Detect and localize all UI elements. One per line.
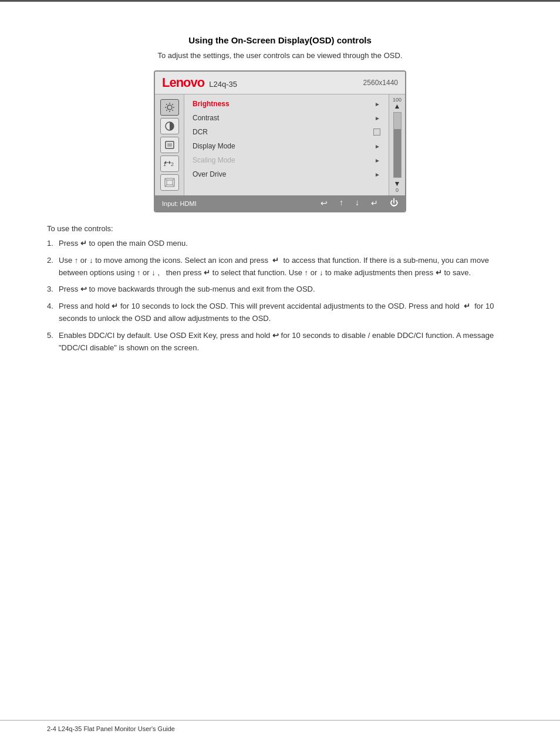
over-drive-arrow: ► (375, 171, 380, 178)
scaling-mode-arrow: ► (375, 157, 380, 164)
display-mode-icon[interactable]: 1 2 (160, 155, 179, 172)
menu-contrast-label: Contrast (193, 114, 219, 122)
scaling-icon[interactable] (160, 174, 179, 191)
menu-scaling-mode-label: Scaling Mode (193, 156, 235, 164)
instruction-3: 3. Press ↩ to move backwards through the… (47, 283, 513, 296)
svg-point-0 (167, 105, 172, 110)
up-icon-inline3: ↑ (305, 267, 309, 279)
menu-over-drive-label: Over Drive (193, 170, 226, 178)
page-footer: 2-4 L24q-35 Flat Panel Monitor User's Gu… (47, 725, 175, 732)
instructions-list: 1. Press ↵ to open the main OSD menu. 2.… (47, 238, 513, 354)
enter-icon-inline: ↵ (80, 238, 87, 250)
brightness-arrow: ► (375, 101, 380, 107)
osd-body: 1 2 (155, 94, 405, 195)
enter-icon-inline5: ↵ (112, 300, 118, 313)
section-intro: To adjust the settings, the user control… (47, 51, 513, 60)
slider-fill (394, 129, 401, 178)
down-icon-inline2: ↓ (151, 267, 156, 279)
up-icon-inline: ↑ (75, 255, 79, 267)
svg-line-7 (172, 104, 173, 104)
input-label: Input: HDMI (162, 200, 197, 207)
osd-footer: Input: HDMI ↩ ↑ ↓ ↵ ⏻ (155, 195, 405, 211)
menu-brightness[interactable]: Brightness ► (184, 97, 389, 111)
osd-header: Lenovo L24q-35 2560x1440 (155, 72, 405, 94)
up-button[interactable]: ↑ (339, 198, 343, 208)
slider-track: 75 (393, 112, 402, 178)
menu-display-mode[interactable]: Display Mode ► (184, 139, 389, 153)
menu-dcr-label: DCR (193, 128, 208, 136)
footer-buttons: ↩ ↑ ↓ ↵ ⏻ (321, 198, 398, 208)
dcr-icon[interactable] (160, 137, 179, 153)
osd-display: Lenovo L24q-35 2560x1440 (154, 70, 406, 212)
osd-icon-panel: 1 2 (155, 94, 184, 195)
menu-dcr[interactable]: DCR (184, 125, 389, 139)
contrast-arrow: ► (375, 115, 380, 121)
down-icon-inline3: ↓ (319, 267, 323, 279)
power-button[interactable]: ⏻ (390, 198, 398, 208)
svg-rect-18 (167, 180, 173, 185)
instruction-1: 1. Press ↵ to open the main OSD menu. (47, 238, 513, 250)
slider-down-btn[interactable]: ▼ (394, 180, 401, 187)
menu-display-mode-label: Display Mode (193, 142, 235, 150)
brightness-icon[interactable] (160, 99, 179, 116)
enter-icon-inline2: ↵ (272, 255, 279, 267)
osd-model: L24q-35 (209, 80, 237, 89)
back-button[interactable]: ↩ (321, 198, 328, 208)
enter-icon-inline4: ↵ (436, 267, 442, 279)
dcr-checkbox[interactable] (373, 128, 380, 136)
menu-contrast[interactable]: Contrast ► (184, 111, 389, 125)
menu-brightness-label: Brightness (193, 100, 230, 108)
svg-line-8 (166, 110, 167, 110)
osd-brand: Lenovo (162, 75, 204, 90)
svg-line-6 (172, 110, 173, 110)
menu-over-drive[interactable]: Over Drive ► (184, 167, 389, 181)
down-button[interactable]: ↓ (355, 198, 359, 208)
back-icon-inline: ↩ (80, 283, 87, 296)
menu-scaling-mode: Scaling Mode ► (184, 153, 389, 167)
up-icon-inline2: ↑ (137, 267, 141, 279)
svg-text:2: 2 (171, 161, 174, 167)
osd-menu: Brightness ► Contrast ► DCR Display Mode… (184, 94, 389, 195)
section-title: Using the On-Screen Display(OSD) control… (47, 35, 513, 45)
display-mode-arrow: ► (375, 143, 380, 150)
top-border (0, 0, 560, 2)
instruction-5: 5. Enables DDC/CI by default. Use OSD Ex… (47, 330, 513, 354)
slider-mid-label: 75 (405, 126, 406, 131)
slider-bot-label: 0 (396, 187, 399, 193)
osd-resolution: 2560x1440 (363, 79, 398, 87)
slider-up-btn[interactable]: ▲ (394, 103, 401, 110)
slider-wrapper: 75 (389, 110, 405, 180)
osd-slider: 100 ▲ 75 ▼ 0 (389, 94, 405, 195)
svg-rect-11 (167, 143, 172, 147)
enter-button[interactable]: ↵ (371, 198, 378, 208)
back-icon-inline2: ↩ (272, 330, 279, 342)
down-icon-inline: ↓ (89, 255, 93, 267)
contrast-icon[interactable] (160, 118, 179, 134)
instruction-4: 4. Press and hold ↵ for 10 seconds to lo… (47, 300, 513, 325)
page: Using the On-Screen Display(OSD) control… (0, 0, 560, 744)
svg-line-5 (166, 104, 167, 104)
instruction-2: 2. Use ↑ or ↓ to move among the icons. S… (47, 255, 513, 279)
enter-icon-inline6: ↵ (464, 300, 470, 313)
instructions-intro: To use the controls: (47, 224, 513, 233)
bottom-border (0, 720, 560, 721)
enter-icon-inline3: ↵ (204, 267, 210, 279)
